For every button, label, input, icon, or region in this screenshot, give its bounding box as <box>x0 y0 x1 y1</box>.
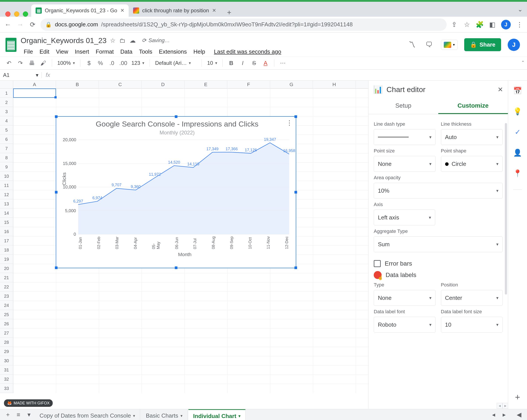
chrome-menu-icon[interactable]: ⋮ <box>516 21 524 29</box>
row-header[interactable]: 21 <box>0 273 13 282</box>
percent-button[interactable]: % <box>96 58 105 68</box>
row-header[interactable]: 9 <box>0 162 13 172</box>
collapse-toolbar-button[interactable]: ˆ <box>522 60 524 66</box>
cloud-status-icon[interactable]: ☁ <box>130 37 136 44</box>
line-thickness-select[interactable]: Auto▾ <box>441 129 503 145</box>
row-header[interactable]: 5 <box>0 125 13 135</box>
row-header[interactable]: 3 <box>0 107 13 116</box>
resize-handle[interactable] <box>295 191 297 194</box>
row-header[interactable]: 19 <box>0 254 13 264</box>
column-header[interactable]: B <box>56 81 99 88</box>
row-header[interactable]: 23 <box>0 291 13 301</box>
share-page-icon[interactable]: ⇪ <box>450 21 458 29</box>
contacts-icon[interactable]: 👤 <box>513 148 522 157</box>
sheet-tab-0[interactable]: Copy of Dates from Search Console▾ <box>35 409 140 420</box>
row-header[interactable]: 2 <box>0 98 13 107</box>
tabs-menu-icon[interactable]: ⌄ <box>517 6 523 13</box>
undo-button[interactable]: ↶ <box>4 58 14 68</box>
text-color-button[interactable]: A <box>261 58 270 68</box>
row-header[interactable]: 16 <box>0 227 13 236</box>
menu-edit[interactable]: Edit <box>36 47 53 56</box>
analytics-icon[interactable]: 〽 <box>407 40 417 50</box>
bookmark-icon[interactable]: ☆ <box>463 21 471 29</box>
sheet-nav-right[interactable]: ▸ <box>499 410 509 420</box>
extensions-icon[interactable]: 🧩 <box>476 21 483 29</box>
row-header[interactable]: 13 <box>0 199 13 209</box>
add-addon-button[interactable]: + <box>515 392 520 402</box>
row-header[interactable]: 30 <box>0 356 13 365</box>
resize-handle[interactable] <box>295 115 297 118</box>
line-dash-type-select[interactable]: ▾ <box>374 129 436 145</box>
browser-tab-0[interactable]: ▦ Organic_Keywords 01_23 - Go ✕ <box>31 4 129 17</box>
row-header[interactable]: 7 <box>0 144 13 153</box>
account-avatar[interactable]: J <box>508 39 520 51</box>
column-header[interactable]: G <box>270 81 313 88</box>
tasks-icon[interactable]: ✓ <box>513 128 522 136</box>
menu-view[interactable]: View <box>53 47 71 56</box>
sheets-logo-icon[interactable] <box>3 37 19 53</box>
explore-button[interactable]: ◀ <box>514 410 524 420</box>
sheet-tab-2[interactable]: Individual Chart▾ <box>188 409 245 420</box>
column-header[interactable]: A <box>13 81 56 88</box>
resize-handle[interactable] <box>175 115 177 118</box>
horizontal-scroll-buttons[interactable]: ◂▸ <box>497 403 508 409</box>
resize-handle[interactable] <box>55 191 57 194</box>
row-header[interactable]: 29 <box>0 347 13 356</box>
menu-format[interactable]: Format <box>93 47 117 56</box>
axis-select[interactable]: Left axis▾ <box>374 210 435 225</box>
window-zoom-icon[interactable] <box>23 11 28 17</box>
row-header[interactable]: 18 <box>0 245 13 254</box>
close-panel-button[interactable]: ✕ <box>498 86 503 93</box>
strikethrough-button[interactable]: S <box>250 58 259 68</box>
menu-file[interactable]: File <box>21 47 36 56</box>
decrease-decimal-button[interactable]: .0 <box>107 58 116 68</box>
browser-tab-1[interactable]: click through rate by position ✕ <box>129 4 220 17</box>
move-icon[interactable]: 🗀 <box>120 37 126 44</box>
resize-handle[interactable] <box>295 266 297 269</box>
sheet-nav-left[interactable]: ◂ <box>489 410 498 420</box>
tab-customize[interactable]: Customize <box>438 98 508 114</box>
keep-icon[interactable]: 💡 <box>513 107 522 116</box>
data-label-font-size-select[interactable]: 10▾ <box>441 317 503 332</box>
row-header[interactable]: 20 <box>0 264 13 273</box>
name-box[interactable]: A1▾ <box>0 72 42 78</box>
new-tab-button[interactable]: + <box>224 8 234 17</box>
currency-button[interactable]: $ <box>84 58 94 68</box>
menu-help[interactable]: Help <box>190 47 208 56</box>
document-title[interactable]: Organic_Keywords 01_23 <box>21 36 107 45</box>
row-header[interactable]: 10 <box>0 172 13 181</box>
number-format-select[interactable]: 123▾ <box>130 60 146 66</box>
column-header[interactable]: F <box>227 81 270 88</box>
sheet-tab-1[interactable]: Basic Charts▾ <box>141 409 187 420</box>
data-label-position-select[interactable]: Center▾ <box>441 290 503 306</box>
data-label-font-select[interactable]: Roboto▾ <box>374 317 436 332</box>
row-header[interactable]: 8 <box>0 153 13 162</box>
column-header[interactable]: D <box>142 81 185 88</box>
calendar-icon[interactable]: 📅 <box>513 86 522 95</box>
row-header[interactable]: 12 <box>0 190 13 199</box>
menu-data[interactable]: Data <box>117 47 135 56</box>
panel-scrollbar[interactable] <box>505 123 507 295</box>
aggregate-type-select[interactable]: Sum▾ <box>374 236 503 252</box>
nav-reload-button[interactable]: ⟳ <box>28 20 37 29</box>
bold-button[interactable]: B <box>227 58 236 68</box>
add-sheet-button[interactable]: + <box>3 410 13 420</box>
row-header[interactable]: 33 <box>0 384 13 393</box>
address-bar[interactable]: 🔒 docs.google.com/spreadsheets/d/1S2Q_yb… <box>40 18 447 31</box>
row-header[interactable]: 28 <box>0 338 13 347</box>
row-header[interactable]: 1 <box>0 88 13 98</box>
row-header[interactable]: 17 <box>0 236 13 245</box>
menu-tools[interactable]: Tools <box>136 47 155 56</box>
star-icon[interactable]: ☆ <box>110 37 116 44</box>
all-sheets-button[interactable]: ≡ <box>14 410 23 420</box>
resize-handle[interactable] <box>55 266 57 269</box>
profile-avatar[interactable]: J <box>501 20 511 29</box>
row-header[interactable]: 24 <box>0 301 13 310</box>
row-header[interactable]: 6 <box>0 135 13 144</box>
more-tools-button[interactable]: ⋯ <box>278 58 287 68</box>
row-header[interactable]: 31 <box>0 365 13 375</box>
nav-forward-button[interactable]: → <box>16 20 25 29</box>
data-label-type-select[interactable]: None▾ <box>374 290 436 306</box>
window-minimize-icon[interactable] <box>14 11 19 17</box>
paint-format-button[interactable]: 🖌 <box>39 58 48 68</box>
